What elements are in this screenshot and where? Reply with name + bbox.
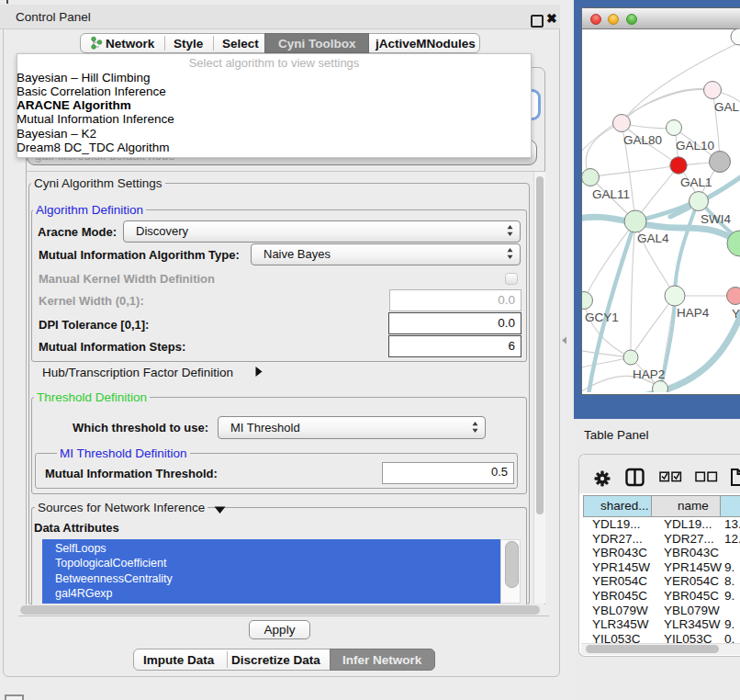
svg-text:GAL: GAL <box>714 100 740 114</box>
svg-text:GAL10: GAL10 <box>676 139 714 152</box>
svg-text:GAL4: GAL4 <box>637 231 669 245</box>
svg-text:HAP4: HAP4 <box>677 306 710 320</box>
svg-text:Y: Y <box>732 307 740 321</box>
svg-text:HAP2: HAP2 <box>633 367 665 381</box>
svg-text:SWI4: SWI4 <box>701 212 731 226</box>
svg-text:GAL1: GAL1 <box>680 175 712 189</box>
svg-text:GAL80: GAL80 <box>623 133 662 147</box>
svg-text:GCY1: GCY1 <box>585 310 619 324</box>
svg-text:GAL11: GAL11 <box>592 187 630 201</box>
